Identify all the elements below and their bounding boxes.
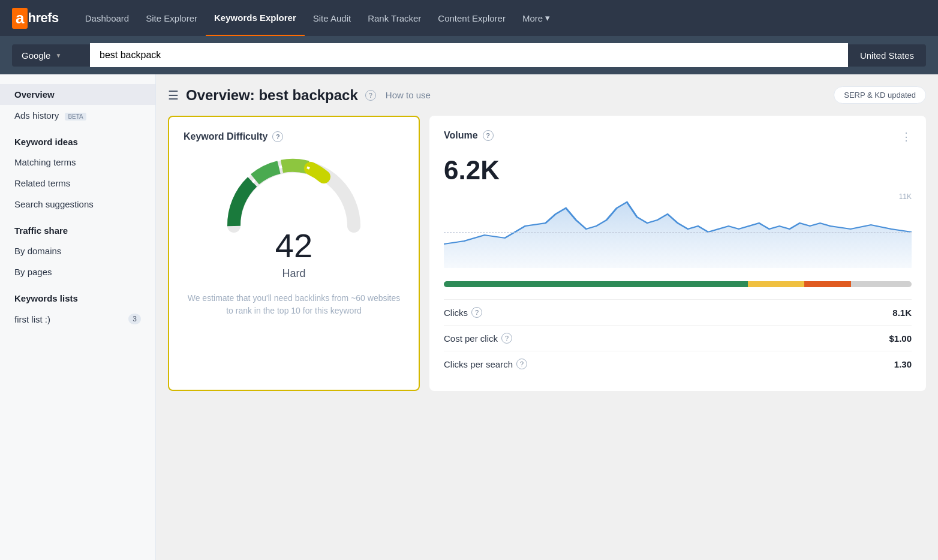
- gauge-svg: [222, 154, 366, 238]
- chart-max-label: 11K: [899, 192, 912, 201]
- kd-description: We estimate that you'll need backlinks f…: [184, 292, 404, 317]
- cards-row: Keyword Difficulty ?: [168, 116, 926, 391]
- chevron-down-icon: ▼: [55, 52, 61, 59]
- cps-help-icon[interactable]: ?: [516, 359, 527, 369]
- kd-card: Keyword Difficulty ?: [168, 116, 420, 391]
- volume-card-label: Volume ?: [444, 130, 494, 141]
- svg-line-1: [279, 167, 282, 167]
- first-list-badge: 3: [128, 314, 141, 324]
- volume-value: 6.2K: [444, 155, 912, 185]
- sidebar-section-keywords-lists: Keywords lists: [0, 282, 155, 308]
- how-to-use-link[interactable]: How to use: [386, 90, 431, 100]
- volume-chart-svg: [444, 190, 912, 268]
- sidebar-item-first-list[interactable]: first list :) 3: [0, 308, 155, 330]
- sidebar-item-by-pages[interactable]: By pages: [0, 261, 155, 282]
- metric-name-cps: Clicks per search ?: [444, 359, 527, 369]
- gauge-value: 42: [275, 226, 312, 265]
- clicks-bar: [444, 281, 912, 287]
- main-layout: Overview Ads history BETA Keyword ideas …: [0, 74, 938, 560]
- metric-row-cps: Clicks per search ? 1.30: [444, 351, 912, 377]
- sidebar-item-related-terms[interactable]: Related terms: [0, 173, 155, 194]
- nav-item-content-explorer[interactable]: Content Explorer: [429, 0, 514, 36]
- sidebar-section-keyword-ideas: Keyword ideas: [0, 126, 155, 152]
- nav-item-more[interactable]: More ▾: [514, 0, 558, 36]
- metrics-table: Clicks ? 8.1K Cost per click ? $1.00: [444, 299, 912, 377]
- nav-item-site-explorer[interactable]: Site Explorer: [137, 0, 206, 36]
- gauge-difficulty-label: Hard: [282, 267, 305, 280]
- cpc-help-icon[interactable]: ?: [501, 333, 512, 344]
- sidebar: Overview Ads history BETA Keyword ideas …: [0, 74, 156, 560]
- clicks-bar-segment-gray: [851, 281, 912, 287]
- sidebar-item-overview[interactable]: Overview: [0, 84, 155, 105]
- nav-item-site-audit[interactable]: Site Audit: [305, 0, 359, 36]
- volume-chart: 11K: [444, 190, 912, 274]
- beta-badge: BETA: [65, 113, 86, 121]
- top-navigation: a hrefs Dashboard Site Explorer Keywords…: [0, 0, 938, 36]
- kd-help-icon[interactable]: ?: [272, 131, 283, 142]
- metric-value-cps: 1.30: [894, 359, 912, 369]
- search-bar: Google ▼ United States: [0, 36, 938, 74]
- clicks-bar-segment-yellow: [748, 281, 804, 287]
- volume-card-header: Volume ? ⋮: [444, 130, 912, 153]
- clicks-bar-segment-orange: [804, 281, 851, 287]
- search-input-wrapper: [90, 43, 848, 67]
- search-engine-label: Google: [22, 50, 50, 61]
- search-input[interactable]: [90, 43, 848, 67]
- volume-help-icon[interactable]: ?: [483, 130, 494, 141]
- clicks-help-icon[interactable]: ?: [471, 307, 482, 318]
- sidebar-item-matching-terms[interactable]: Matching terms: [0, 152, 155, 173]
- sidebar-item-search-suggestions[interactable]: Search suggestions: [0, 194, 155, 215]
- nav-item-keywords-explorer[interactable]: Keywords Explorer: [206, 0, 305, 36]
- main-content: ☰ Overview: best backpack ? How to use S…: [156, 74, 938, 560]
- nav-item-rank-tracker[interactable]: Rank Tracker: [359, 0, 429, 36]
- volume-card: Volume ? ⋮ 6.2K 11K: [429, 116, 926, 391]
- logo[interactable]: a hrefs: [12, 8, 59, 29]
- logo-hrefs: hrefs: [28, 10, 58, 26]
- help-icon[interactable]: ?: [365, 90, 376, 101]
- country-badge[interactable]: United States: [848, 44, 926, 67]
- hamburger-icon[interactable]: ☰: [168, 88, 179, 103]
- gauge-container: 42 Hard: [184, 154, 404, 280]
- logo-a: a: [12, 8, 28, 29]
- svg-line-2: [307, 167, 309, 168]
- kd-card-label: Keyword Difficulty ?: [184, 131, 404, 142]
- metric-row-clicks: Clicks ? 8.1K: [444, 299, 912, 325]
- chart-dashed-line: [444, 232, 912, 233]
- page-title: Overview: best backpack: [186, 87, 358, 104]
- page-header: ☰ Overview: best backpack ? How to use S…: [168, 86, 926, 104]
- metric-name-clicks: Clicks ?: [444, 307, 482, 318]
- sidebar-section-traffic-share: Traffic share: [0, 215, 155, 240]
- sidebar-item-by-domains[interactable]: By domains: [0, 240, 155, 261]
- search-engine-select[interactable]: Google ▼: [12, 44, 90, 67]
- clicks-bar-segment-green: [444, 281, 748, 287]
- sidebar-item-ads-history[interactable]: Ads history BETA: [0, 105, 155, 126]
- metric-name-cpc: Cost per click ?: [444, 333, 512, 344]
- nav-item-dashboard[interactable]: Dashboard: [77, 0, 137, 36]
- serp-badge: SERP & KD updated: [834, 86, 926, 104]
- metric-row-cpc: Cost per click ? $1.00: [444, 325, 912, 351]
- dots-menu-icon[interactable]: ⋮: [901, 130, 912, 143]
- chevron-down-icon: ▾: [545, 13, 550, 23]
- svg-line-0: [252, 180, 255, 182]
- metric-value-clicks: 8.1K: [892, 308, 912, 318]
- metric-value-cpc: $1.00: [889, 333, 912, 344]
